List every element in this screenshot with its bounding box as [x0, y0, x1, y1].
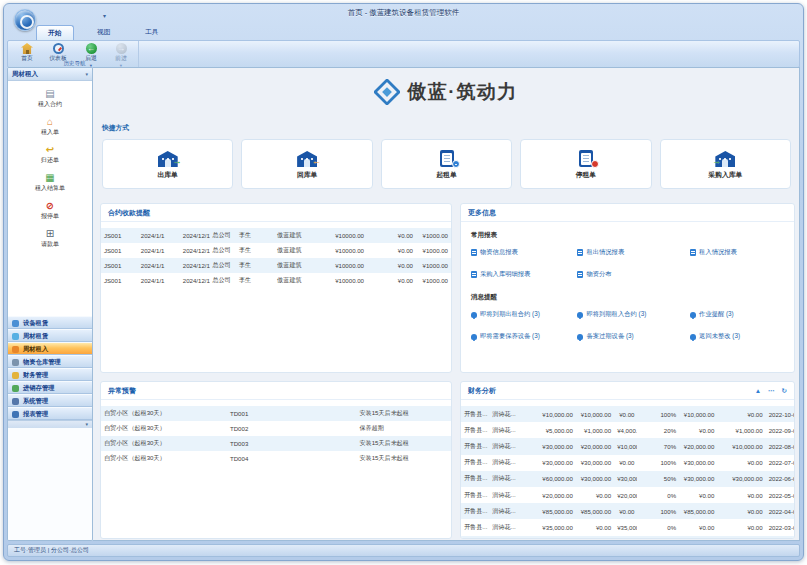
shortcuts-label: 快捷方式 — [102, 123, 129, 133]
tab-tools[interactable]: 工具 — [134, 25, 170, 40]
sidebar-item[interactable]: 租入单 — [8, 113, 92, 141]
sidebar-nav-button[interactable]: 物资仓库管理 — [8, 355, 92, 368]
cell: 2024/1/1 — [138, 273, 180, 288]
report-link[interactable]: 租出情况报表 — [577, 248, 690, 257]
table-row[interactable]: JS0012024/1/1 2024/12/12总公司 李生傲蓝建筑 ¥1000… — [101, 228, 451, 243]
report-link[interactable]: 采购入库明细报表 — [471, 270, 577, 279]
chart-icon[interactable]: ▲ — [755, 387, 761, 394]
cell: 2024/12/12 — [180, 228, 210, 243]
cell: ¥0.00 — [717, 455, 765, 471]
cell: 润诗花... — [489, 455, 532, 471]
table-row[interactable]: 自贸小区（起租30天） TD004 安装15天后未起租 — [101, 451, 451, 466]
message-link[interactable]: 即将需要保养设备 (3) — [471, 332, 577, 341]
message-link[interactable]: 备案过期设备 (3) — [577, 332, 690, 341]
table-row[interactable]: 开鲁县...润诗花... ¥30,000.00¥20,000.00 ¥10,00… — [461, 438, 794, 454]
cell: ¥30,000.00 — [576, 471, 614, 487]
message-link[interactable]: 返回未整改 (3) — [690, 332, 784, 341]
app-orb-button[interactable] — [14, 9, 36, 31]
sidebar-nav-button[interactable]: 设备租赁 — [8, 316, 92, 329]
sidebar-item[interactable]: 租入结算单 — [8, 169, 92, 197]
report-file-icon — [471, 271, 477, 278]
cell: TD002 — [227, 421, 357, 436]
message-link[interactable]: 即将到期出租合约 (3) — [471, 310, 577, 319]
cell: ¥0.00 — [367, 228, 416, 243]
cell: 70% — [637, 438, 679, 454]
table-row[interactable]: JS0012024/1/1 2024/12/12总公司 李生傲蓝建筑 ¥1000… — [101, 258, 451, 273]
cell: 开鲁县... — [461, 487, 489, 503]
cell: 开鲁县... — [461, 536, 489, 540]
table-row[interactable]: 开鲁县...润诗花... ¥60,000.00¥30,000.00 ¥30,00… — [461, 471, 794, 487]
message-link[interactable]: 作业提醒 (3) — [690, 310, 784, 319]
shortcut-card[interactable]: 起租单 — [381, 139, 512, 189]
table-row[interactable]: 开鲁县...润诗花... ¥10,000.00¥10,000.00 ¥0.001… — [461, 406, 794, 422]
contract-reminder-panel: 合约收款提醒 JS0012024/1/1 2024/12/12总公司 李生傲蓝建… — [100, 203, 452, 373]
finance-title: 财务分析 — [468, 386, 496, 396]
report-link[interactable]: 租入情况报表 — [690, 248, 784, 257]
table-row[interactable]: 自贸小区（起租30天） TD003 安装15天后未起租 — [101, 436, 451, 451]
cell: 自贸小区（起租30天） — [101, 421, 227, 436]
more-info-title: 更多信息 — [461, 204, 794, 222]
sidebar-item[interactable]: 租入合约 — [8, 85, 92, 113]
cell: 2024/1/1 — [138, 258, 180, 273]
bell-icon — [577, 312, 583, 318]
cell: ¥30,000.00 — [614, 471, 637, 487]
more-options-icon[interactable]: ⋯ — [768, 387, 775, 394]
report-file-icon — [471, 249, 477, 256]
table-row[interactable]: 开鲁县...润诗花... ¥30,000.00¥30,000.00 ¥0.001… — [461, 455, 794, 471]
cell: ¥0.00 — [576, 519, 614, 535]
material-rental-icon — [12, 333, 19, 340]
table-row[interactable]: JS0012024/1/1 2024/12/12总公司 李生傲蓝建筑 ¥1000… — [101, 243, 451, 258]
title-bar[interactable]: 首页 - 傲蓝建筑设备租赁管理软件 — [4, 4, 803, 24]
cell: 傲蓝建筑 — [274, 243, 325, 258]
quick-access-caret-icon[interactable]: ▾ — [103, 12, 106, 19]
cell: 安装15天后未起租 — [357, 436, 452, 451]
panel-collapse-icon[interactable]: ▾ — [85, 68, 88, 80]
shortcut-card[interactable]: 回库单 — [241, 139, 372, 189]
report-link[interactable]: 物资分布 — [577, 270, 690, 279]
table-row[interactable]: 开鲁县...润诗花... ¥5,000.00¥1,000.00 ¥4,000.0… — [461, 422, 794, 438]
cell: ¥0.00 — [717, 487, 765, 503]
report-link[interactable]: 物资信息报表 — [471, 248, 577, 257]
tab-view[interactable]: 视图 — [86, 25, 122, 40]
bell-icon — [577, 334, 583, 340]
outbound-order-icon — [156, 148, 180, 167]
cell: TD003 — [227, 436, 357, 451]
table-row[interactable]: 开鲁县...润诗花... ¥85,000.00¥85,000.00 ¥0.001… — [461, 503, 794, 519]
shortcut-card[interactable]: 停租单 — [520, 139, 651, 189]
status-bar: 工号·管理员 | 分公司·总公司 — [7, 544, 800, 557]
sidebar-nav-button[interactable]: 报表管理 — [8, 407, 92, 420]
sidebar-item[interactable]: 归还单 — [8, 141, 92, 169]
sidebar-nav-button[interactable]: 周材租赁 — [8, 329, 92, 342]
refresh-icon[interactable]: ↻ — [782, 387, 787, 394]
cell: ¥30,000.00 — [679, 471, 717, 487]
cell: ¥10,000.00 — [717, 438, 765, 454]
table-row[interactable]: 开鲁县...润诗花... ¥35,000.00¥0.00 ¥35,000.000… — [461, 519, 794, 535]
sidebar-nav-button[interactable]: 进销存管理 — [8, 381, 92, 394]
table-row[interactable]: JS0012024/1/1 2024/12/12总公司 李生傲蓝建筑 ¥1000… — [101, 273, 451, 288]
cell: ¥0.00 — [614, 536, 637, 540]
back-icon: ← — [86, 43, 97, 54]
warnings-title: 异常预警 — [101, 382, 451, 400]
cell: 2024/12/12 — [180, 273, 210, 288]
cell: 李生 — [236, 243, 275, 258]
table-row[interactable]: 开鲁县...润诗花... ¥20,000.00¥0.00 ¥20,000.000… — [461, 487, 794, 503]
cell: 安装15天后未起租 — [357, 406, 452, 421]
table-row[interactable]: 自贸小区（起租30天） TD002 保养超期 — [101, 421, 451, 436]
tab-start[interactable]: 开始 — [36, 25, 74, 40]
sidebar-nav-button[interactable]: 财务管理 — [8, 368, 92, 381]
cell: 2022-06-01 — [766, 471, 794, 487]
shortcut-card[interactable]: 出库单 — [102, 139, 233, 189]
sidebar-overflow-chevron[interactable]: ▾ — [8, 420, 92, 428]
cell: ¥0.00 — [679, 519, 717, 535]
message-link[interactable]: 即将到期租入合约 (3) — [577, 310, 690, 319]
report-mgmt-icon — [12, 411, 19, 418]
cell: ¥30,000.00 — [576, 455, 614, 471]
table-row[interactable]: 开鲁县...润诗花... ¥35,000.00¥35,000.00 ¥0.001… — [461, 536, 794, 540]
sidebar-nav-button[interactable]: 周材租入 — [8, 342, 92, 355]
sidebar-nav-button[interactable]: 系统管理 — [8, 394, 92, 407]
table-row[interactable]: 自贸小区（起租30天） TD001 安装15天后未起租 — [101, 406, 451, 421]
shortcut-card[interactable]: 采购入库单 — [660, 139, 791, 189]
sidebar-item[interactable]: 请款单 — [8, 225, 92, 253]
cell: ¥10000.00 — [325, 258, 367, 273]
sidebar-item[interactable]: 报停单 — [8, 197, 92, 225]
